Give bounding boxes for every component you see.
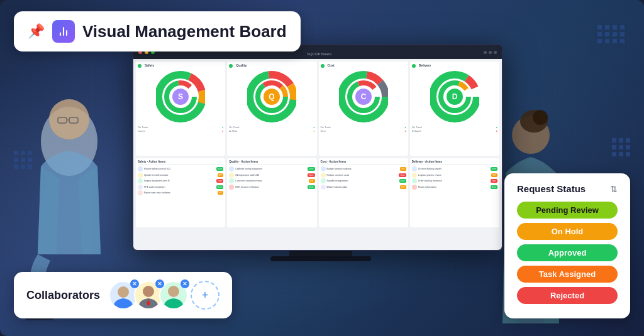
svg-text:C: C <box>360 92 366 101</box>
actions-panel-2: Quality - Action Items Calibrate testing… <box>227 158 316 227</box>
delivery-panel: Delivery D On Track● Delayed● <box>410 62 499 156</box>
remove-avatar-3-button[interactable]: ✕ <box>180 279 190 289</box>
decorative-dots-tr <box>597 25 625 43</box>
main-frame: 📌 Visual Management Board <box>0 0 644 336</box>
status-on-hold[interactable]: On Hold <box>517 223 618 240</box>
actions-panel-3: Cost - Action Items Budget variance anal… <box>319 158 408 227</box>
collaborators-label: Collaborators <box>26 289 100 302</box>
add-collaborator-button[interactable]: + <box>191 281 219 310</box>
svg-point-44 <box>168 286 179 297</box>
safety-panel: Safety S <box>136 62 225 156</box>
svg-text:Q: Q <box>269 92 275 101</box>
status-task-assigned[interactable]: Task Assigned <box>517 266 618 283</box>
status-card-header: Request Status ⇅ <box>517 183 618 194</box>
actions-panel-4: Delivery - Action Items On-time delivery… <box>410 158 499 227</box>
avatar-stack: ✕ ✕ <box>109 281 219 310</box>
svg-point-42 <box>143 286 154 297</box>
remove-avatar-2-button[interactable]: ✕ <box>155 279 165 289</box>
pin-icon: 📌 <box>28 23 45 40</box>
status-pending-review[interactable]: Pending Review <box>517 202 618 219</box>
page-title: Visual Management Board <box>82 22 287 41</box>
request-status-card: Request Status ⇅ Pending Review On Hold … <box>504 173 630 318</box>
actions-panel-1: Safety - Action Items Review safety prot… <box>136 158 225 227</box>
svg-point-12 <box>533 110 548 125</box>
quality-panel: Quality Q On Track● <box>227 62 316 156</box>
collaborators-card: Collaborators ✕ <box>14 272 232 318</box>
svg-text:D: D <box>452 92 458 101</box>
decorative-dots-mr <box>612 138 630 156</box>
remove-avatar-1-button[interactable]: ✕ <box>130 279 140 289</box>
status-approved[interactable]: Approved <box>517 244 618 261</box>
monitor-base <box>270 256 371 261</box>
monitor-screen: SQCDP Board Safety <box>132 44 503 251</box>
sort-icon[interactable]: ⇅ <box>610 184 618 194</box>
title-card: 📌 Visual Management Board <box>14 11 301 51</box>
svg-text:S: S <box>178 92 183 101</box>
cost-panel: Cost C On Track● Over● <box>319 62 408 156</box>
status-card-title: Request Status <box>517 183 586 194</box>
svg-point-41 <box>118 286 129 298</box>
chart-icon <box>52 20 75 43</box>
status-rejected[interactable]: Rejected <box>517 287 618 304</box>
